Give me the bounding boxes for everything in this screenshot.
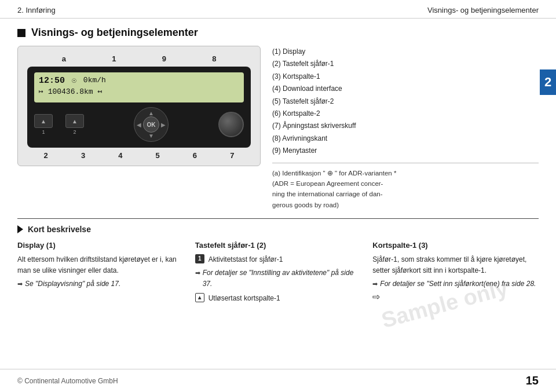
arrow-left-icon: ◀ xyxy=(137,122,141,128)
col3-ref: ➡ For detaljer se "Sett inn sjåførkort(e… xyxy=(372,279,539,290)
ref1-arrow-icon: ➡ xyxy=(17,279,23,290)
desc-columns: Display (1) Alt ettersom hvilken driftst… xyxy=(17,240,539,305)
arrow-up-icon: ▲ xyxy=(148,110,154,116)
legend-item-4: (4) Download interface xyxy=(272,83,539,94)
label-9: 9 xyxy=(162,54,166,63)
legend-item-2: (2) Tastefelt sjåfør-1 xyxy=(272,58,539,69)
label-8: 8 xyxy=(212,54,216,63)
desc-col-kortspalte: Kortspalte-1 (3) Sjåfør-1, som straks ko… xyxy=(372,240,539,305)
legend-item-1: (1) Display xyxy=(272,46,539,57)
btn2[interactable]: ▲ xyxy=(65,114,84,128)
blabel-6: 6 xyxy=(193,151,197,160)
col2-item2-text: Utløsertast kortspalte-1 xyxy=(209,293,280,304)
footer-copyright: © Continental Automotive GmbH xyxy=(17,377,118,385)
legend-item-8: (8) Avrivningskant xyxy=(272,133,539,144)
device-face: 12:50 ☉ 0km/h ↦ 100436.8km ↤ xyxy=(27,67,251,148)
device-box: a 1 9 8 12:50 ☉ 0km/h ↦ 1 xyxy=(17,46,261,166)
btn2-label: 2 xyxy=(73,129,76,135)
desc-col-display: Display (1) Alt ettersom hvilken driftst… xyxy=(17,240,184,305)
note-a-line3: ning the international carriage of dan- xyxy=(272,190,383,197)
page-header: 2. Innføring Visnings- og betjeningselem… xyxy=(0,0,556,19)
device-container: a 1 9 8 12:50 ☉ 0km/h ↦ 1 xyxy=(17,46,261,210)
badge-outline-up: ▲ xyxy=(195,293,204,302)
header-left: 2. Innføring xyxy=(17,6,56,14)
col2-item1: 1 Aktivitetstast for sjåfør-1 xyxy=(195,254,361,265)
blabel-5: 5 xyxy=(156,151,160,160)
blabel-7: 7 xyxy=(230,151,234,160)
badge-1: 1 xyxy=(195,254,204,263)
legend-box: (1) Display (2) Tastefelt sjåfør-1 (3) K… xyxy=(272,46,539,210)
col2-item1-text: Aktivitetstast for sjåfør-1 xyxy=(209,254,283,265)
device-bottom-labels: 2 3 4 5 6 7 xyxy=(27,151,251,160)
device-screen: 12:50 ☉ 0km/h ↦ 100436.8km ↤ xyxy=(34,72,244,102)
device-top-labels: a 1 9 8 xyxy=(27,54,251,63)
legend-item-7: (7) Åpningstast skriverskuff xyxy=(272,120,539,131)
arrow-down-icon: ▼ xyxy=(148,133,154,139)
ref3-arrow-icon: ➡ xyxy=(372,279,378,290)
legend-item-9: (9) Menytaster xyxy=(272,145,539,156)
kort-title: Kort beskrivelse xyxy=(28,225,91,234)
btn1-group: ▲ 1 xyxy=(34,114,53,135)
label-1: 1 xyxy=(112,54,116,63)
col1-ref: ➡ Se "Displayvisning" på side 17. xyxy=(17,279,184,290)
desc-col-tastefelt: Tastefelt sjåfør-1 (2) 1 Aktivitetstast … xyxy=(195,240,361,305)
note-a-prefix: (a) Identifikasjon " ⊕ " for ADR-variant… xyxy=(272,170,396,177)
device-controls: ▲ 1 ▲ 2 xyxy=(34,107,244,142)
page-footer: © Continental Automotive GmbH 15 xyxy=(0,369,556,392)
ok-button-group: ▲ ▼ ◀ ▶ OK xyxy=(134,107,169,142)
section-title-icon xyxy=(17,29,25,37)
note-a-line4: gerous goods by road) xyxy=(272,202,339,208)
col3-ref-symbol: ⇨ xyxy=(372,292,380,302)
screen-km: ↦ 100436.8km ↤ xyxy=(39,87,102,96)
chapter-tab: 2 xyxy=(540,69,556,95)
col3-ref-text: For detaljer se "Sett inn sjåførkort(ene… xyxy=(380,279,536,290)
legend-item-3: (3) Kortspalte-1 xyxy=(272,71,539,82)
kort-header: Kort beskrivelse xyxy=(17,225,539,234)
col1-title: Display (1) xyxy=(17,240,184,252)
blabel-3: 3 xyxy=(81,151,85,160)
note-a-line2: (ADR = European Agreement concer- xyxy=(272,180,383,187)
btn1[interactable]: ▲ xyxy=(34,114,53,128)
kort-arrow-icon xyxy=(17,225,23,233)
main-content: Visnings- og betjeningselementer a 1 9 8 xyxy=(0,27,556,305)
ref2-arrow-icon: ➡ xyxy=(195,268,200,279)
section-divider xyxy=(17,218,539,219)
blabel-4: 4 xyxy=(118,151,122,160)
col1-body: Alt ettersom hvilken driftstilstand kjør… xyxy=(17,254,184,276)
col2-ref1: ➡ For detaljer se "Innstilling av aktivi… xyxy=(195,268,361,290)
col2-title: Tastefelt sjåfør-1 (2) xyxy=(195,240,361,252)
btn2-group: ▲ 2 xyxy=(65,114,84,135)
legend-note: (a) Identifikasjon " ⊕ " for ADR-variant… xyxy=(272,163,539,211)
label-a: a xyxy=(62,54,66,63)
section-title-text: Visnings- og betjeningselementer xyxy=(31,27,198,39)
blabel-2: 2 xyxy=(44,151,48,160)
col2-item2: ▲ Utløsertast kortspalte-1 xyxy=(195,293,361,304)
col3-body: Sjåfør-1, som straks kommer til å kjøre … xyxy=(372,254,539,276)
ok-button-inner[interactable]: OK xyxy=(143,116,159,133)
col1-ref-text: Se "Displayvisning" på side 17. xyxy=(25,279,120,290)
legend-list: (1) Display (2) Tastefelt sjåfør-1 (3) K… xyxy=(272,46,539,157)
legend-item-6: (6) Kortspalte-2 xyxy=(272,108,539,119)
btn1-label: 1 xyxy=(42,129,45,135)
legend-item-5: (5) Tastefelt sjåfør-2 xyxy=(272,96,539,107)
section-title: Visnings- og betjeningselementer xyxy=(17,27,539,39)
knob-button[interactable] xyxy=(218,112,244,137)
top-content: a 1 9 8 12:50 ☉ 0km/h ↦ 1 xyxy=(17,46,539,210)
footer-page: 15 xyxy=(526,374,539,387)
screen-symbol: ☉ xyxy=(72,76,76,86)
header-right: Visnings- og betjeningselementer xyxy=(427,6,539,14)
col3-title: Kortspalte-1 (3) xyxy=(372,240,539,252)
screen-speed: 0km/h xyxy=(83,76,106,86)
ok-button-outer[interactable]: ▲ ▼ ◀ ▶ OK xyxy=(134,107,169,142)
ok-label: OK xyxy=(147,122,156,128)
arrow-right-icon: ▶ xyxy=(161,122,166,128)
screen-time: 12:50 xyxy=(39,76,65,86)
col2-ref1-text: For detaljer se "Innstilling av aktivite… xyxy=(203,268,361,290)
